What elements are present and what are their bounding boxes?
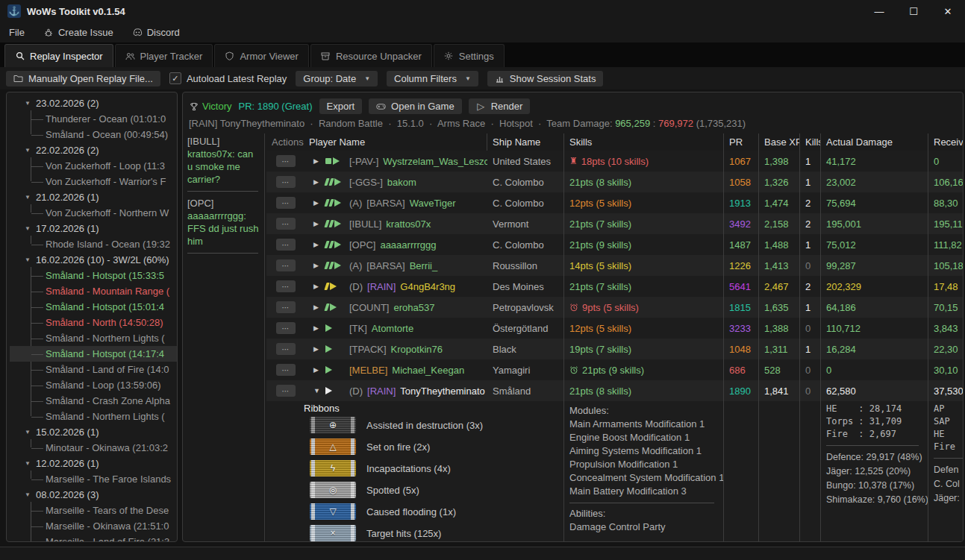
export-button[interactable]: Export (319, 98, 363, 114)
column-header-kills[interactable]: Kills (800, 133, 821, 151)
tree-replay-item[interactable]: Marseille - The Faroe Islands (10, 471, 177, 487)
tree-date[interactable]: ▼08.02.2026 (3) (10, 487, 177, 503)
tree-replay-item[interactable]: Marseille - Tears of the Dese (10, 503, 177, 518)
tab-player-tracker[interactable]: Player Tracker (115, 44, 213, 67)
player-row[interactable]: ⋯▶[COUNT]eroha537Petropavlovsk9pts (5 sk… (266, 297, 963, 318)
row-actions-button[interactable]: ⋯ (276, 322, 296, 334)
tree-replay-item[interactable]: Småland - Land of Fire (14:0 (10, 362, 177, 377)
expand-icon[interactable]: ▶ (313, 178, 321, 186)
tab-resource-unpacker[interactable]: Resource Unpacker (310, 44, 432, 67)
close-button[interactable]: ✕ (931, 0, 965, 22)
player-row[interactable]: ⋯▶[OPC]aaaaarrrrgggC. Colombo21pts (9 sk… (266, 234, 963, 255)
expand-icon[interactable]: ▶ (313, 303, 321, 311)
row-actions-button[interactable]: ⋯ (276, 197, 296, 209)
expand-icon[interactable]: ▶ (313, 345, 321, 353)
row-actions-button[interactable]: ⋯ (276, 364, 296, 376)
tree-date[interactable]: ▼16.02.2026 (10) - 3W/2L (60%) (10, 252, 177, 268)
tree-date[interactable]: ▼17.02.2026 (1) (10, 221, 177, 236)
tree-replay-item[interactable]: Småland - Mountain Range ( (10, 283, 177, 299)
kills-value: 0 (800, 318, 821, 339)
tab-settings[interactable]: Settings (434, 44, 505, 67)
expand-icon[interactable]: ▶ (313, 241, 321, 248)
tree-date[interactable]: ▼21.02.2026 (1) (10, 189, 177, 205)
column-header-player-name[interactable]: Player Name (304, 133, 487, 151)
expand-icon[interactable]: ▶ (313, 199, 321, 207)
tree-replay-item[interactable]: Marseille - Land of Fire (21:3 (10, 534, 177, 542)
column-filters-dropdown[interactable]: Column Filters▼ (387, 71, 478, 86)
maximize-button[interactable]: ☐ (896, 0, 931, 22)
kills-value: 2 (800, 213, 821, 234)
tree-replay-item[interactable]: Småland - Hotspot (14:17:4 (10, 346, 177, 362)
tree-replay-item[interactable]: Småland - Northern Lights ( (10, 409, 177, 424)
expand-icon[interactable]: ▶ (313, 366, 321, 374)
open-replay-button[interactable]: Manually Open Replay File... (6, 71, 160, 86)
tree-replay-item[interactable]: Von Zuckerhoff - Warrior's F (10, 174, 177, 189)
column-header-actual-damage[interactable]: Actual Damage (821, 133, 928, 151)
player-row[interactable]: ⋯▶[TPACK]Kropotkin76Black19pts (7 skills… (266, 339, 963, 359)
row-actions-button[interactable]: ⋯ (276, 155, 296, 167)
column-header-received[interactable]: Received (928, 133, 963, 151)
tab-armor-viewer[interactable]: Armor Viewer (214, 44, 309, 67)
row-actions-button[interactable]: ⋯ (276, 280, 296, 292)
tree-replay-item[interactable]: Småland - Hotspot (15:33:5 (10, 268, 177, 283)
player-row[interactable]: ⋯▶[MELBE]Michael_KeeganYamagiri21pts (9 … (266, 359, 963, 380)
tree-replay-item[interactable]: Von Zuckerhoff - Northern W (10, 205, 177, 221)
tree-replay-item[interactable]: Småland - North (14:50:28) (10, 315, 177, 330)
tree-date[interactable]: ▼23.02.2026 (2) (10, 95, 177, 111)
column-header-actions[interactable]: Actions (266, 133, 304, 151)
player-row[interactable]: ⋯▶[-PAV-]Wystrzelam_Was_LeszczeUnited St… (266, 151, 963, 172)
expand-icon[interactable]: ▶ (313, 283, 321, 290)
autoload-checkbox[interactable]: ✓ Autoload Latest Replay (169, 72, 287, 84)
tree-replay-item[interactable]: Thunderer - Ocean (01:01:0 (10, 111, 177, 127)
expand-icon[interactable]: ▶ (313, 324, 321, 332)
render-button[interactable]: ▷ Render (469, 98, 531, 114)
row-actions-button[interactable]: ⋯ (276, 239, 296, 251)
tree-replay-item[interactable]: Småland - Loop (13:59:06) (10, 377, 177, 393)
menu-file[interactable]: File (9, 27, 25, 38)
menu-create-issue[interactable]: Create Issue (44, 27, 113, 38)
expand-icon[interactable]: ▶ (313, 262, 321, 269)
tree-replay-item[interactable]: Småland - Hotspot (15:01:4 (10, 299, 177, 315)
session-stats-button[interactable]: Show Session Stats (487, 71, 604, 86)
row-actions-button[interactable]: ⋯ (276, 301, 296, 313)
tab-replay-inspector[interactable]: Replay Inspector (4, 44, 113, 67)
column-header-skills[interactable]: Skills (564, 133, 724, 151)
player-row[interactable]: ⋯▶[-GGS-]bakomC. Colombo21pts (8 skills)… (266, 172, 963, 192)
menu-discord[interactable]: Discord (133, 27, 180, 38)
received-value: 70,15 (928, 297, 963, 318)
tree-replay-item[interactable]: Småland - Northern Lights ( (10, 330, 177, 346)
row-actions-button[interactable]: ⋯ (276, 218, 296, 230)
tree-replay-item[interactable]: Rhode Island - Ocean (19:32 (10, 236, 177, 252)
row-actions-button[interactable]: ⋯ (276, 385, 296, 397)
received-value: 106,16 (928, 172, 963, 192)
column-header-base-xp[interactable]: Base XP (759, 133, 800, 151)
battle-mode: Random Battle (319, 118, 383, 129)
tree-replay-item[interactable]: Minotaur - Okinawa (21:03:2 (10, 440, 177, 456)
player-row[interactable]: ⋯▶[TK]AtomtorteÖstergötland12pts (5 skil… (266, 318, 963, 339)
tree-replay-item[interactable]: Von Zuckerhoff - Loop (11:3 (10, 158, 177, 174)
row-actions-button[interactable]: ⋯ (276, 259, 296, 271)
expand-icon[interactable]: ▶ (313, 220, 321, 227)
player-row[interactable]: ⋯▶[IBULL]krattos07xVermont21pts (7 skill… (266, 213, 963, 234)
expand-icon[interactable]: ▶ (313, 157, 321, 165)
column-header-ship-name[interactable]: Ship Name (487, 133, 564, 151)
collapse-icon[interactable]: ▼ (313, 387, 321, 394)
pr-value: 1890 (724, 380, 759, 401)
player-row[interactable]: ⋯▶(A)[BARSA]WaveTigerC. Colombo12pts (5 … (266, 192, 963, 213)
player-row[interactable]: ⋯▶(D)[RAIN]G4ngB4r3ngDes Moines21pts (7 … (266, 276, 963, 297)
tree-replay-item[interactable]: Småland - Crash Zone Alpha (10, 393, 177, 409)
player-row[interactable]: ⋯▼(D)[RAIN]TonyTheytheminatoSmåland21pts… (266, 380, 963, 401)
row-actions-button[interactable]: ⋯ (276, 343, 296, 355)
tree-replay-item[interactable]: Småland - Ocean (00:49:54) (10, 127, 177, 142)
minimize-button[interactable]: — (862, 0, 896, 22)
open-in-game-button[interactable]: Open in Game (369, 98, 462, 114)
tree-date[interactable]: ▼15.02.2026 (1) (10, 424, 177, 440)
ribbon-label: Target hits (125x) (366, 528, 441, 539)
column-header-pr[interactable]: PR (724, 133, 759, 151)
row-actions-button[interactable]: ⋯ (276, 176, 296, 188)
tree-date[interactable]: ▼12.02.2026 (1) (10, 456, 177, 471)
tree-replay-item[interactable]: Marseille - Okinawa (21:51:0 (10, 518, 177, 534)
tree-date[interactable]: ▼22.02.2026 (2) (10, 142, 177, 158)
player-row[interactable]: ⋯▶(A)[BARSA]Berrii_Roussillon14pts (5 sk… (266, 255, 963, 276)
group-dropdown[interactable]: Group: Date▼ (296, 71, 378, 86)
